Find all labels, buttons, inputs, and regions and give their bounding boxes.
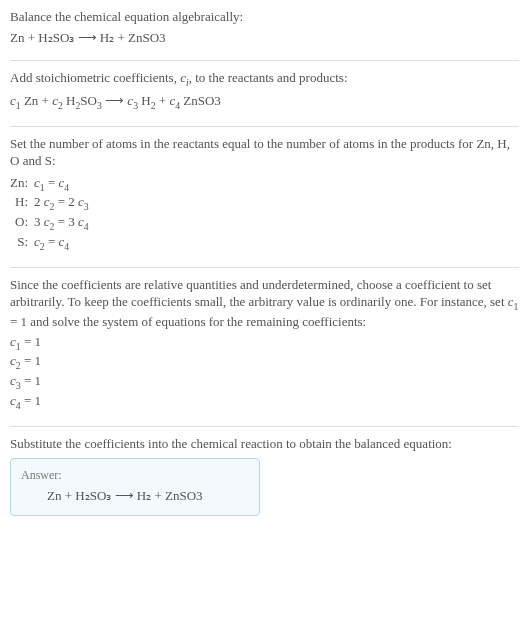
c1-sub: 1 bbox=[514, 301, 519, 312]
solution-line: c3 = 1 bbox=[10, 372, 519, 392]
balance-table: Zn: c1 = c4 H: 2 c2 = 2 c3 O: 3 c2 = 3 c… bbox=[10, 174, 89, 253]
table-row: H: 2 c2 = 2 c3 bbox=[10, 193, 89, 213]
table-row: O: 3 c2 = 3 c4 bbox=[10, 213, 89, 233]
section-problem: Balance the chemical equation algebraica… bbox=[10, 8, 519, 61]
equation: 3 c2 = 3 c4 bbox=[34, 213, 89, 233]
text: ZnSO3 bbox=[180, 93, 221, 108]
element-label: O: bbox=[10, 213, 34, 233]
intro-text: Set the number of atoms in the reactants… bbox=[10, 135, 519, 170]
intro-text: Substitute the coefficients into the che… bbox=[10, 435, 519, 453]
coefficient-equation: c1 Zn + c2 H2SO3 ⟶ c3 H2 + c4 ZnSO3 bbox=[10, 92, 519, 112]
text: H bbox=[63, 93, 76, 108]
equation: c2 = c4 bbox=[34, 233, 89, 253]
section-solve: Since the coefficients are relative quan… bbox=[10, 268, 519, 427]
element-label: Zn: bbox=[10, 174, 34, 194]
text: H bbox=[138, 93, 151, 108]
c-sub: 4 bbox=[64, 181, 69, 192]
text: = 1 and solve the system of equations fo… bbox=[10, 314, 366, 329]
text: Zn + bbox=[21, 93, 53, 108]
val: = 1 bbox=[21, 353, 41, 368]
solution-line: c1 = 1 bbox=[10, 333, 519, 353]
answer-label: Answer: bbox=[21, 467, 249, 483]
intro-text: Add stoichiometric coefficients, ci, to … bbox=[10, 69, 519, 89]
unbalanced-equation: Zn + H₂SO₃ ⟶ H₂ + ZnSO3 bbox=[10, 29, 519, 47]
table-row: Zn: c1 = c4 bbox=[10, 174, 89, 194]
balanced-equation: Zn + H₂SO₃ ⟶ H₂ + ZnSO3 bbox=[21, 487, 249, 505]
arrow: ⟶ bbox=[102, 93, 128, 108]
equation: 2 c2 = 2 c3 bbox=[34, 193, 89, 213]
mid: = 3 bbox=[54, 214, 78, 229]
section-add-coefficients: Add stoichiometric coefficients, ci, to … bbox=[10, 61, 519, 127]
pre: 2 bbox=[34, 194, 44, 209]
solution-line: c2 = 1 bbox=[10, 352, 519, 372]
val: = 1 bbox=[21, 373, 41, 388]
text: Add stoichiometric coefficients, bbox=[10, 70, 180, 85]
text: Since the coefficients are relative quan… bbox=[10, 277, 508, 310]
text: + bbox=[156, 93, 170, 108]
element-label: H: bbox=[10, 193, 34, 213]
pre: 3 bbox=[34, 214, 44, 229]
text: SO bbox=[80, 93, 97, 108]
mid: = bbox=[45, 175, 59, 190]
val: = 1 bbox=[21, 393, 41, 408]
c-sub: 4 bbox=[64, 241, 69, 252]
table-row: S: c2 = c4 bbox=[10, 233, 89, 253]
mid: = 2 bbox=[54, 194, 78, 209]
intro-text: Since the coefficients are relative quan… bbox=[10, 276, 519, 331]
intro-text: Balance the chemical equation algebraica… bbox=[10, 8, 519, 26]
section-atom-balance: Set the number of atoms in the reactants… bbox=[10, 127, 519, 268]
answer-box: Answer: Zn + H₂SO₃ ⟶ H₂ + ZnSO3 bbox=[10, 458, 260, 516]
c-sub: 3 bbox=[84, 201, 89, 212]
solution-line: c4 = 1 bbox=[10, 392, 519, 412]
c-sub: 4 bbox=[84, 221, 89, 232]
equation: c1 = c4 bbox=[34, 174, 89, 194]
section-answer: Substitute the coefficients into the che… bbox=[10, 427, 519, 530]
element-label: S: bbox=[10, 233, 34, 253]
text: , to the reactants and products: bbox=[189, 70, 348, 85]
solution-list: c1 = 1 c2 = 1 c3 = 1 c4 = 1 bbox=[10, 333, 519, 412]
val: = 1 bbox=[21, 334, 41, 349]
mid: = bbox=[45, 234, 59, 249]
